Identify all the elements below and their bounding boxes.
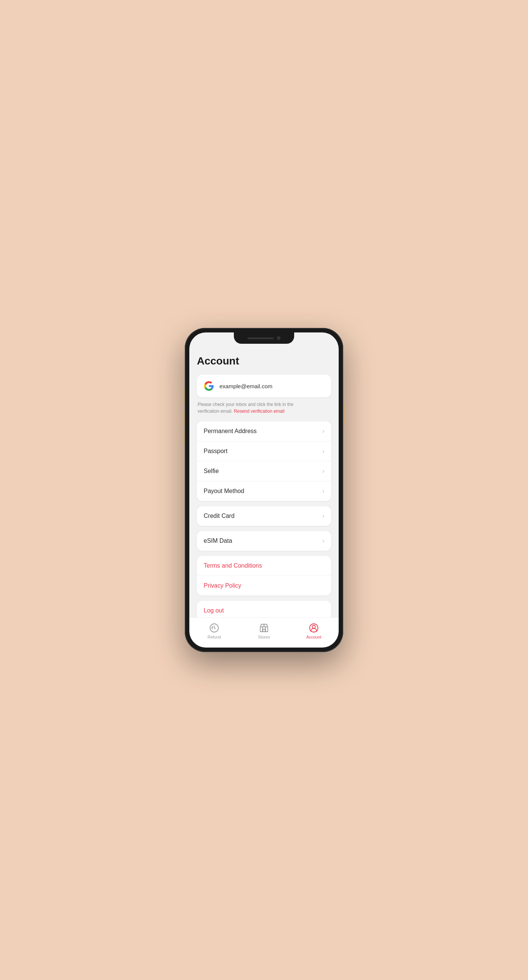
payout-method-item[interactable]: Payout Method › <box>197 481 331 501</box>
esim-data-item[interactable]: eSIM Data › <box>197 531 331 551</box>
esim-data-label: eSIM Data <box>204 538 232 544</box>
refund-icon <box>209 623 220 633</box>
selfie-label: Selfie <box>204 468 219 474</box>
permanent-address-item[interactable]: Permanent Address › <box>197 422 331 441</box>
payout-method-chevron: › <box>322 488 324 495</box>
stores-nav-label: Stores <box>258 635 270 639</box>
terms-label: Terms and Conditions <box>204 562 262 569</box>
svg-point-8 <box>312 625 315 628</box>
esim-data-chevron: › <box>322 538 324 544</box>
credit-card-chevron: › <box>322 512 324 519</box>
selfie-item[interactable]: Selfie › <box>197 461 331 481</box>
nav-item-stores[interactable]: Stores <box>239 623 289 639</box>
email-display: example@email.com <box>220 383 272 389</box>
phone-screen: Account example@email.com Please check y… <box>189 332 339 648</box>
terms-item[interactable]: Terms and Conditions <box>197 556 331 576</box>
logout-label: Log out <box>204 607 223 614</box>
notch <box>234 332 294 344</box>
email-card: example@email.com <box>197 375 331 397</box>
svg-rect-6 <box>263 629 265 632</box>
passport-item[interactable]: Passport › <box>197 441 331 461</box>
page-title: Account <box>197 355 331 367</box>
verification-text: Please check your inbox and click the li… <box>197 401 331 415</box>
screen-content: Account example@email.com Please check y… <box>189 332 339 648</box>
resend-verification-link[interactable]: Resend verification email <box>234 409 284 414</box>
refund-nav-label: Refund <box>207 635 221 639</box>
notch-bar <box>247 337 274 339</box>
nav-item-account[interactable]: Account <box>289 623 339 639</box>
selfie-chevron: › <box>322 468 324 474</box>
stores-icon <box>259 623 269 633</box>
bottom-nav: Refund Stores <box>189 617 339 648</box>
payout-method-label: Payout Method <box>204 488 244 495</box>
passport-chevron: › <box>322 448 324 455</box>
privacy-label: Privacy Policy <box>204 582 241 589</box>
passport-label: Passport <box>204 448 227 455</box>
account-nav-label: Account <box>306 635 321 639</box>
credit-card-label: Credit Card <box>204 512 234 519</box>
nav-item-refund[interactable]: Refund <box>189 623 239 639</box>
account-details-section: Permanent Address › Passport › Selfie › … <box>197 422 331 501</box>
google-icon <box>204 381 214 391</box>
credit-card-item[interactable]: Credit Card › <box>197 506 331 526</box>
privacy-item[interactable]: Privacy Policy <box>197 576 331 595</box>
esim-section: eSIM Data › <box>197 531 331 551</box>
phone-frame: Account example@email.com Please check y… <box>185 328 343 652</box>
permanent-address-chevron: › <box>322 428 324 434</box>
credit-card-section: Credit Card › <box>197 506 331 526</box>
permanent-address-label: Permanent Address <box>204 428 257 434</box>
legal-section: Terms and Conditions Privacy Policy <box>197 556 331 595</box>
notch-camera <box>277 336 281 340</box>
account-icon <box>308 623 319 633</box>
